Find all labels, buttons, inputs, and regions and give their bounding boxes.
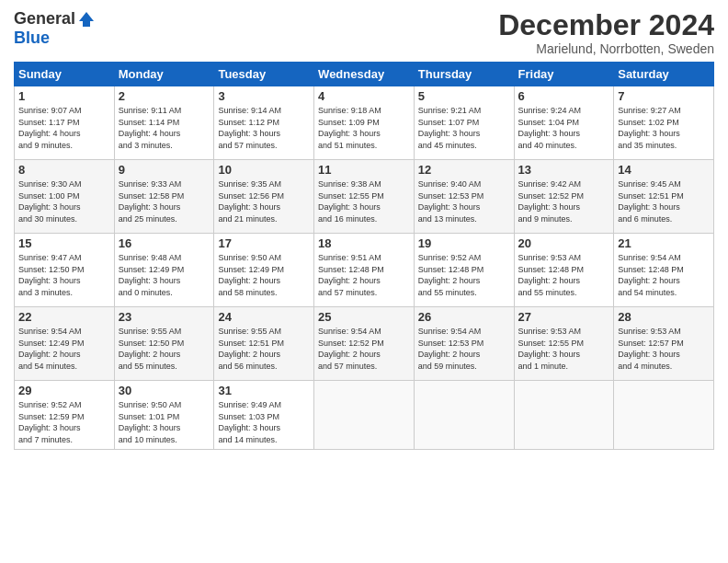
calendar-cell: 28Sunrise: 9:53 AM Sunset: 12:57 PM Dayl… — [614, 307, 714, 381]
day-number: 11 — [318, 163, 410, 177]
logo-general-text: General — [14, 9, 75, 29]
calendar-cell: 23Sunrise: 9:55 AM Sunset: 12:50 PM Dayl… — [114, 307, 214, 381]
day-info: Sunrise: 9:53 AM Sunset: 12:48 PM Daylig… — [518, 252, 610, 298]
day-info: Sunrise: 9:55 AM Sunset: 12:51 PM Daylig… — [218, 326, 310, 372]
day-number: 13 — [518, 163, 610, 177]
day-info: Sunrise: 9:54 AM Sunset: 12:48 PM Daylig… — [618, 252, 710, 298]
day-info: Sunrise: 9:45 AM Sunset: 12:51 PM Daylig… — [618, 178, 710, 224]
calendar-cell: 19Sunrise: 9:52 AM Sunset: 12:48 PM Dayl… — [414, 234, 514, 307]
day-info: Sunrise: 9:49 AM Sunset: 1:03 PM Dayligh… — [218, 399, 310, 445]
day-number: 4 — [318, 89, 410, 103]
day-number: 24 — [218, 310, 310, 324]
calendar-cell: 26Sunrise: 9:54 AM Sunset: 12:53 PM Dayl… — [414, 307, 514, 381]
day-info: Sunrise: 9:54 AM Sunset: 12:49 PM Daylig… — [18, 326, 110, 372]
day-info: Sunrise: 9:27 AM Sunset: 1:02 PM Dayligh… — [618, 105, 710, 151]
day-info: Sunrise: 9:35 AM Sunset: 12:56 PM Daylig… — [218, 178, 310, 224]
day-info: Sunrise: 9:54 AM Sunset: 12:53 PM Daylig… — [418, 326, 510, 372]
day-number: 9 — [119, 163, 210, 177]
day-info: Sunrise: 9:24 AM Sunset: 1:04 PM Dayligh… — [518, 105, 610, 151]
day-info: Sunrise: 9:21 AM Sunset: 1:07 PM Dayligh… — [418, 105, 510, 151]
calendar-cell: 20Sunrise: 9:53 AM Sunset: 12:48 PM Dayl… — [514, 234, 614, 307]
calendar-cell: 5Sunrise: 9:21 AM Sunset: 1:07 PM Daylig… — [414, 86, 514, 160]
calendar-cell: 2Sunrise: 9:11 AM Sunset: 1:14 PM Daylig… — [114, 86, 214, 160]
day-info: Sunrise: 9:18 AM Sunset: 1:09 PM Dayligh… — [318, 105, 410, 151]
day-number: 5 — [418, 89, 510, 103]
day-number: 12 — [418, 163, 510, 177]
day-info: Sunrise: 9:50 AM Sunset: 1:01 PM Dayligh… — [119, 399, 210, 445]
logo-icon — [77, 10, 96, 29]
calendar-cell: 6Sunrise: 9:24 AM Sunset: 1:04 PM Daylig… — [514, 86, 614, 160]
day-number: 2 — [119, 89, 210, 103]
day-number: 20 — [518, 236, 610, 250]
svg-marker-0 — [79, 12, 94, 27]
day-number: 8 — [18, 163, 110, 177]
day-number: 27 — [518, 310, 610, 324]
day-number: 18 — [318, 236, 410, 250]
day-number: 22 — [18, 310, 110, 324]
day-info: Sunrise: 9:54 AM Sunset: 12:52 PM Daylig… — [318, 326, 410, 372]
day-info: Sunrise: 9:47 AM Sunset: 12:50 PM Daylig… — [18, 252, 110, 298]
calendar-cell: 17Sunrise: 9:50 AM Sunset: 12:49 PM Dayl… — [214, 234, 314, 307]
day-number: 1 — [18, 89, 110, 103]
calendar-cell: 12Sunrise: 9:40 AM Sunset: 12:53 PM Dayl… — [414, 160, 514, 234]
day-number: 14 — [618, 163, 710, 177]
day-info: Sunrise: 9:52 AM Sunset: 12:48 PM Daylig… — [418, 252, 510, 298]
day-info: Sunrise: 9:50 AM Sunset: 12:49 PM Daylig… — [218, 252, 310, 298]
calendar-cell: 3Sunrise: 9:14 AM Sunset: 1:12 PM Daylig… — [214, 86, 314, 160]
day-info: Sunrise: 9:40 AM Sunset: 12:53 PM Daylig… — [418, 178, 510, 224]
calendar-header-wednesday: Wednesday — [314, 63, 415, 86]
day-number: 15 — [18, 236, 110, 250]
calendar-cell — [514, 381, 614, 449]
calendar-cell — [414, 381, 514, 449]
calendar-cell: 10Sunrise: 9:35 AM Sunset: 12:56 PM Dayl… — [214, 160, 314, 234]
day-info: Sunrise: 9:52 AM Sunset: 12:59 PM Daylig… — [18, 399, 110, 445]
day-info: Sunrise: 9:53 AM Sunset: 12:57 PM Daylig… — [618, 326, 710, 372]
day-info: Sunrise: 9:30 AM Sunset: 1:00 PM Dayligh… — [18, 178, 110, 224]
month-title: December 2024 — [498, 9, 714, 41]
calendar-cell: 4Sunrise: 9:18 AM Sunset: 1:09 PM Daylig… — [314, 86, 415, 160]
calendar: SundayMondayTuesdayWednesdayThursdayFrid… — [14, 62, 714, 449]
calendar-cell: 11Sunrise: 9:38 AM Sunset: 12:55 PM Dayl… — [314, 160, 415, 234]
day-number: 21 — [618, 236, 710, 250]
day-info: Sunrise: 9:42 AM Sunset: 12:52 PM Daylig… — [518, 178, 610, 224]
calendar-cell: 1Sunrise: 9:07 AM Sunset: 1:17 PM Daylig… — [15, 86, 115, 160]
day-info: Sunrise: 9:14 AM Sunset: 1:12 PM Dayligh… — [218, 105, 310, 151]
calendar-header-row: SundayMondayTuesdayWednesdayThursdayFrid… — [15, 63, 714, 86]
day-number: 3 — [218, 89, 310, 103]
day-info: Sunrise: 9:48 AM Sunset: 12:49 PM Daylig… — [119, 252, 210, 298]
day-number: 16 — [119, 236, 210, 250]
day-info: Sunrise: 9:53 AM Sunset: 12:55 PM Daylig… — [518, 326, 610, 372]
subtitle: Marielund, Norrbotten, Sweden — [498, 41, 714, 56]
calendar-cell: 21Sunrise: 9:54 AM Sunset: 12:48 PM Dayl… — [614, 234, 714, 307]
calendar-cell: 14Sunrise: 9:45 AM Sunset: 12:51 PM Dayl… — [614, 160, 714, 234]
day-number: 19 — [418, 236, 510, 250]
day-info: Sunrise: 9:55 AM Sunset: 12:50 PM Daylig… — [119, 326, 210, 372]
day-info: Sunrise: 9:33 AM Sunset: 12:58 PM Daylig… — [119, 178, 210, 224]
calendar-cell: 27Sunrise: 9:53 AM Sunset: 12:55 PM Dayl… — [514, 307, 614, 381]
logo: General Blue — [14, 9, 96, 48]
calendar-cell: 22Sunrise: 9:54 AM Sunset: 12:49 PM Dayl… — [15, 307, 115, 381]
day-info: Sunrise: 9:51 AM Sunset: 12:48 PM Daylig… — [318, 252, 410, 298]
calendar-cell: 16Sunrise: 9:48 AM Sunset: 12:49 PM Dayl… — [114, 234, 214, 307]
calendar-cell: 25Sunrise: 9:54 AM Sunset: 12:52 PM Dayl… — [314, 307, 415, 381]
calendar-cell: 18Sunrise: 9:51 AM Sunset: 12:48 PM Dayl… — [314, 234, 415, 307]
day-number: 25 — [318, 310, 410, 324]
day-number: 29 — [18, 384, 110, 397]
day-number: 7 — [618, 89, 710, 103]
logo-blue-text: Blue — [14, 29, 50, 48]
calendar-cell — [614, 381, 714, 449]
calendar-cell: 30Sunrise: 9:50 AM Sunset: 1:01 PM Dayli… — [114, 381, 214, 449]
calendar-cell: 29Sunrise: 9:52 AM Sunset: 12:59 PM Dayl… — [15, 381, 115, 449]
calendar-cell: 31Sunrise: 9:49 AM Sunset: 1:03 PM Dayli… — [214, 381, 314, 449]
calendar-header-sunday: Sunday — [15, 63, 115, 86]
calendar-header-saturday: Saturday — [614, 63, 714, 86]
calendar-cell — [314, 381, 415, 449]
day-number: 10 — [218, 163, 310, 177]
day-info: Sunrise: 9:11 AM Sunset: 1:14 PM Dayligh… — [119, 105, 210, 151]
calendar-header-tuesday: Tuesday — [214, 63, 314, 86]
day-number: 6 — [518, 89, 610, 103]
day-number: 30 — [119, 384, 210, 397]
calendar-cell: 13Sunrise: 9:42 AM Sunset: 12:52 PM Dayl… — [514, 160, 614, 234]
page: General Blue December 2024 Marielund, No… — [0, 0, 728, 563]
header: General Blue December 2024 Marielund, No… — [14, 9, 714, 56]
